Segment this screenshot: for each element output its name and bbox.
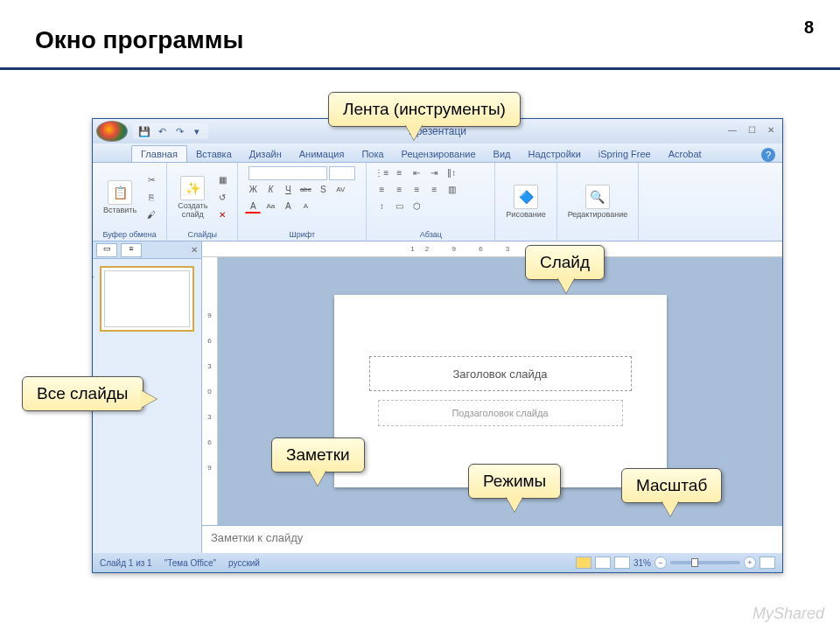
status-slide-count: Слайд 1 из 1 [100,558,152,568]
tab-animation[interactable]: Анимация [290,146,354,162]
align-text-button[interactable]: ▭ [391,200,407,214]
smartart-button[interactable]: ⬡ [409,200,424,214]
strike-button[interactable]: abc [298,183,313,197]
paste-button[interactable]: 📋 Вставить [100,178,140,217]
minimize-button[interactable]: — [724,125,740,137]
save-icon[interactable]: 💾 [138,125,150,137]
ribbon-group-drawing: 🔷 Рисование [495,163,556,241]
tab-review[interactable]: Рецензирование [393,146,485,162]
ribbon-group-font: Ж К Ч abc S AV A Aa A A Шрифт [238,163,367,241]
delete-slide-icon[interactable]: ✕ [214,208,230,222]
thumb-number: 1 [93,270,94,279]
paste-icon: 📋 [108,180,132,205]
indent-inc-button[interactable]: ⇥ [426,166,442,180]
tab-ispring[interactable]: iSpring Free [590,146,660,162]
tab-home[interactable]: Главная [131,145,187,162]
italic-button[interactable]: К [262,183,278,197]
align-center-button[interactable]: ≡ [391,183,407,197]
drawing-icon: 🔷 [514,185,538,209]
window-controls: — ☐ ✕ [724,125,779,137]
zoom-thumb[interactable] [691,558,698,567]
underline-button[interactable]: Ч [280,183,296,197]
callout-ribbon: Лента (инструменты) [328,92,521,127]
view-slideshow-button[interactable] [614,556,630,569]
panel-close-icon[interactable]: ✕ [191,245,198,255]
slides-tab-icon[interactable]: ▭ [96,243,117,257]
font-size-select[interactable] [329,166,355,180]
slide-title-placeholder[interactable]: Заголовок слайда [369,356,632,391]
justify-button[interactable]: ≡ [426,183,442,197]
tab-insert[interactable]: Вставка [187,146,241,162]
vertical-ruler: 9 6 3 0 3 6 9 [202,257,218,525]
reset-icon[interactable]: ↺ [214,191,230,205]
font-family-select[interactable] [248,166,327,180]
slide-subtitle-placeholder[interactable]: Подзаголовок слайда [378,400,623,426]
bold-button[interactable]: Ж [245,183,261,197]
new-slide-button[interactable]: ✨ Создать слайд [174,174,211,221]
indent-dec-button[interactable]: ⇤ [409,166,424,180]
editing-button[interactable]: 🔍 Редактирование [564,183,632,221]
horizontal-ruler: 12 9 6 3 0 3 [202,242,782,257]
slide-header: Окно программы [0,0,840,70]
char-spacing-button[interactable]: AV [332,183,348,197]
tab-acrobat[interactable]: Acrobat [660,146,710,162]
close-button[interactable]: ✕ [763,125,779,137]
view-normal-button[interactable] [576,556,592,569]
slide-thumbnail[interactable]: 1 [100,266,194,332]
text-direction-button[interactable]: ↕ [374,200,389,214]
help-icon[interactable]: ? [761,148,775,162]
align-left-button[interactable]: ≡ [374,183,389,197]
font-color-button[interactable]: A [245,200,261,214]
bullets-button[interactable]: ⋮≡ [374,166,389,180]
outline-tab-icon[interactable]: ≡ [121,243,142,257]
ribbon-tabs: Главная Вставка Дизайн Анимация Пока Рец… [93,144,782,163]
undo-icon[interactable]: ↶ [156,125,168,137]
callout-zoom: Масштаб [621,468,722,503]
status-language[interactable]: русский [228,558,260,568]
zoom-percent[interactable]: 31% [634,558,651,568]
ribbon-group-clipboard: 📋 Вставить ✂ ⎘ 🖌 Буфер обмена [93,163,167,241]
shadow-button[interactable]: S [315,183,331,197]
layout-icon[interactable]: ▦ [214,173,230,187]
redo-icon[interactable]: ↷ [173,125,186,137]
slide[interactable]: Заголовок слайда Подзаголовок слайда [334,295,667,487]
cut-icon[interactable]: ✂ [144,173,159,187]
office-button[interactable] [96,121,128,142]
fit-to-window-button[interactable] [760,556,775,569]
drawing-button[interactable]: 🔷 Рисование [502,183,549,221]
watermark-text: MyShared [752,605,824,623]
shrink-font-button[interactable]: A [298,200,313,214]
status-theme: "Тема Office" [164,558,216,568]
tab-view[interactable]: Вид [485,146,520,162]
maximize-button[interactable]: ☐ [744,125,760,137]
ribbon: 📋 Вставить ✂ ⎘ 🖌 Буфер обмена ✨ Создать … [93,163,782,242]
tab-design[interactable]: Дизайн [241,146,290,162]
quick-access-toolbar: 💾 ↶ ↷ ▾ [133,123,208,139]
line-spacing-button[interactable]: ‖↕ [444,166,459,180]
thumb-preview [104,270,190,327]
align-right-button[interactable]: ≡ [409,183,424,197]
notes-pane[interactable]: Заметки к слайду [202,525,782,553]
ribbon-group-paragraph: ⋮≡ ≡ ⇤ ⇥ ‖↕ ≡ ≡ ≡ ≡ ▥ ↕ ▭ ⬡ [367,163,495,241]
page-number: 8 [804,18,814,38]
copy-icon[interactable]: ⎘ [144,191,159,205]
format-painter-icon[interactable]: 🖌 [144,208,159,222]
callout-slide: Слайд [525,245,605,280]
numbering-button[interactable]: ≡ [391,166,407,180]
grow-font-button[interactable]: A [280,200,296,214]
columns-button[interactable]: ▥ [444,183,459,197]
zoom-in-button[interactable]: + [744,556,756,569]
ribbon-group-editing: 🔍 Редактирование [557,163,640,241]
callout-notes: Заметки [271,438,365,472]
qat-dropdown-icon[interactable]: ▾ [191,125,203,137]
ribbon-group-slides: ✨ Создать слайд ▦ ↺ ✕ Слайды [167,163,238,241]
change-case-button[interactable]: Aa [262,200,278,214]
find-icon: 🔍 [585,185,610,209]
panel-tabs: ▭ ≡ ✕ [93,242,201,259]
zoom-slider[interactable] [670,561,740,564]
tab-addins[interactable]: Надстройки [519,146,589,162]
view-sorter-button[interactable] [595,556,611,569]
page-title: Окно программы [35,26,805,54]
tab-slideshow[interactable]: Пока [353,146,392,162]
zoom-out-button[interactable]: − [654,556,667,569]
